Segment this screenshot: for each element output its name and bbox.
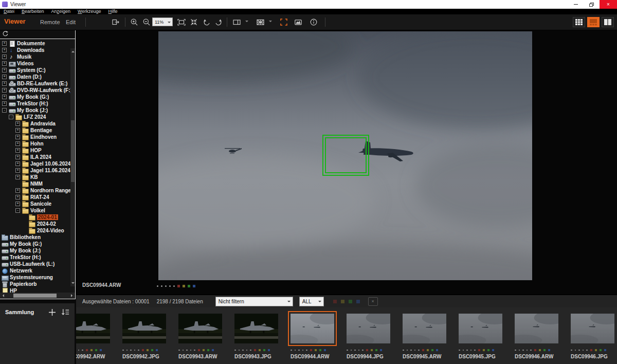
tree-item[interactable]: Netzwerk xyxy=(0,267,70,274)
view-mode-grid-button[interactable] xyxy=(573,17,585,27)
tree-item[interactable]: HP xyxy=(0,287,70,293)
filter-select[interactable]: Nicht filtern xyxy=(215,297,293,306)
tab-edit[interactable]: Edit xyxy=(66,19,76,25)
rating-dot[interactable] xyxy=(410,350,412,351)
thumbnail-image[interactable] xyxy=(459,314,502,343)
tree-item[interactable]: +BD-RE-Laufwerk (E:) xyxy=(0,80,70,87)
rotate-right-button[interactable] xyxy=(214,17,223,27)
horizontal-scrollbar-thumb[interactable] xyxy=(13,294,57,298)
close-button[interactable]: × xyxy=(600,0,617,9)
fit-to-window-button[interactable] xyxy=(177,17,186,27)
color-label-yellow[interactable] xyxy=(203,349,205,351)
color-label-red[interactable] xyxy=(177,285,180,287)
rating-dot[interactable] xyxy=(418,350,420,351)
tree-item[interactable]: +Eindhoven xyxy=(0,134,70,140)
export-button[interactable] xyxy=(111,17,120,27)
thumbnail-image[interactable] xyxy=(122,314,166,343)
rating-dot[interactable] xyxy=(530,350,532,351)
color-label-green[interactable] xyxy=(543,349,546,351)
tree-item[interactable]: +Videos xyxy=(0,60,70,67)
thumbnail-image[interactable] xyxy=(178,314,222,343)
rating-dot[interactable] xyxy=(82,350,83,351)
chevron-down-icon[interactable] xyxy=(269,21,272,24)
scroll-down-icon[interactable] xyxy=(71,282,75,285)
main-preview-image[interactable] xyxy=(158,31,532,280)
collage-view-button[interactable] xyxy=(256,17,265,27)
scroll-left-icon[interactable] xyxy=(1,294,4,297)
color-label-green[interactable] xyxy=(375,349,377,351)
add-collection-icon[interactable] xyxy=(48,308,56,316)
color-filter-red[interactable] xyxy=(333,300,337,303)
filmstrip-item[interactable]: DSC09946.ARW xyxy=(509,314,565,359)
menu-item-bearbeiten[interactable]: Bearbeiten xyxy=(18,9,48,14)
tree-item[interactable]: TrekStor (H:) xyxy=(0,254,70,261)
filmstrip-item[interactable]: DSC09943.JPG xyxy=(228,314,284,359)
rating-dot[interactable] xyxy=(165,285,167,287)
tree-item[interactable]: USB-Laufwerk (L:) xyxy=(0,261,70,267)
filmstrip-item[interactable]: DSC09944.ARW xyxy=(284,314,340,359)
expand-icon[interactable]: + xyxy=(2,61,7,66)
tree-item[interactable]: My Book (G:) xyxy=(0,241,70,247)
color-label-red[interactable] xyxy=(422,349,424,351)
info-button[interactable] xyxy=(309,17,318,27)
tree-item[interactable]: 2024-02 xyxy=(0,221,70,227)
rating-dot[interactable] xyxy=(291,350,292,351)
expand-icon[interactable]: + xyxy=(15,155,20,159)
rating-dot[interactable] xyxy=(306,350,307,351)
rating-dot[interactable] xyxy=(134,350,136,351)
expand-icon[interactable]: + xyxy=(2,48,7,52)
zoom-out-icon[interactable] xyxy=(142,17,151,27)
tab-remote[interactable]: Remote xyxy=(40,19,60,25)
tree-item[interactable]: +Andravida xyxy=(0,120,70,127)
tree-item[interactable]: +KB xyxy=(0,174,70,180)
color-label-blue[interactable] xyxy=(604,349,606,351)
rating-dot[interactable] xyxy=(466,350,468,351)
color-label-yellow[interactable] xyxy=(539,349,541,351)
color-filter-blue[interactable] xyxy=(356,300,360,303)
rating-dot[interactable] xyxy=(347,350,348,351)
tree-item[interactable]: +My Book (G:) xyxy=(0,94,70,100)
color-label-yellow[interactable] xyxy=(147,349,149,351)
tree-item[interactable]: +ILA 2024 xyxy=(0,154,70,160)
tree-item[interactable]: NMM xyxy=(0,180,70,187)
color-label-yellow[interactable] xyxy=(315,349,317,351)
thumbnail-image[interactable] xyxy=(571,314,614,343)
expand-icon[interactable]: + xyxy=(15,141,20,146)
tree-item[interactable]: +Daten (D:) xyxy=(0,74,70,80)
color-label-green[interactable] xyxy=(600,349,602,351)
thumbnail-image[interactable] xyxy=(291,314,334,343)
actual-size-button[interactable] xyxy=(189,17,198,27)
color-label-green[interactable] xyxy=(431,349,433,351)
expand-icon[interactable]: + xyxy=(2,95,7,99)
color-label-red[interactable] xyxy=(254,349,256,351)
color-label-red[interactable] xyxy=(534,349,536,351)
rating-dot[interactable] xyxy=(586,350,588,351)
rating-dot[interactable] xyxy=(122,350,124,351)
color-label-red[interactable] xyxy=(310,349,312,351)
tree-item[interactable]: My Book (J:) xyxy=(0,247,70,254)
filmstrip-item[interactable]: DSC09945.ARW xyxy=(396,314,452,359)
filmstrip-item[interactable]: DSC09942.JPG xyxy=(116,314,172,359)
tree-item[interactable]: +Hohn xyxy=(0,140,70,147)
rating-dot[interactable] xyxy=(186,350,188,351)
vertical-scrollbar[interactable] xyxy=(70,48,75,286)
color-label-yellow[interactable] xyxy=(183,285,185,287)
clear-filter-button[interactable]: × xyxy=(368,297,378,306)
tree-item[interactable]: +Jagel 11.06.2024 xyxy=(0,167,70,174)
rating-dot[interactable] xyxy=(173,285,175,287)
scroll-right-icon[interactable] xyxy=(71,294,74,297)
tree-item[interactable]: +Nordhorn Range xyxy=(0,187,70,194)
color-filter-yellow[interactable] xyxy=(341,300,344,303)
color-label-green[interactable] xyxy=(319,349,321,351)
tree-item[interactable]: Systemsteuerung xyxy=(0,274,70,281)
rating-dot[interactable] xyxy=(138,350,139,351)
color-label-blue[interactable] xyxy=(268,349,270,351)
rating-dot[interactable] xyxy=(354,350,356,351)
tree-item[interactable]: -LFZ 2024 xyxy=(0,114,70,120)
collapse-icon[interactable]: - xyxy=(2,108,7,113)
color-label-blue[interactable] xyxy=(193,285,195,287)
rating-dot[interactable] xyxy=(295,350,296,351)
tree-item[interactable]: +System (C:) xyxy=(0,67,70,74)
rating-dot[interactable] xyxy=(407,350,408,351)
rating-dot[interactable] xyxy=(298,350,300,351)
